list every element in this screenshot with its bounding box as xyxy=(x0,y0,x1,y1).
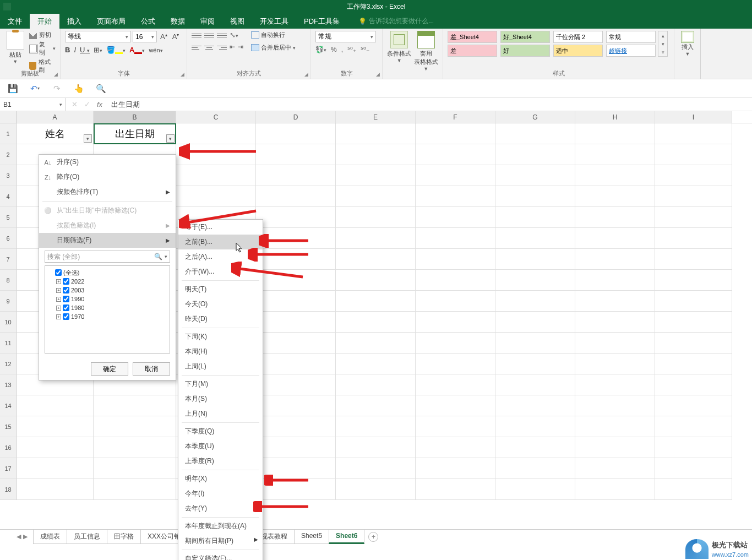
cell[interactable] xyxy=(336,437,416,458)
year-checkbox[interactable] xyxy=(63,305,69,311)
column-header[interactable]: B xyxy=(94,111,176,123)
cell[interactable] xyxy=(575,186,655,207)
cell[interactable] xyxy=(495,333,575,354)
year-checkbox[interactable] xyxy=(63,278,69,285)
cell[interactable] xyxy=(495,123,575,144)
date-next-month-item[interactable]: 下月(M) xyxy=(178,377,263,392)
date-custom-filter-item[interactable]: 自定义筛选(F)... xyxy=(178,551,263,560)
cell[interactable] xyxy=(655,354,732,374)
cut-button[interactable]: 剪切 xyxy=(29,31,56,39)
cell[interactable] xyxy=(495,270,575,291)
cancel-formula-button[interactable]: ✕ xyxy=(72,100,78,108)
fx-icon[interactable]: fx xyxy=(97,100,102,108)
cell[interactable] xyxy=(256,165,336,186)
cell[interactable] xyxy=(256,416,336,437)
font-name-select[interactable]: 等线▾ xyxy=(65,31,131,42)
cell[interactable] xyxy=(336,123,416,144)
sort-descending-item[interactable]: Z↓降序(O) xyxy=(39,170,176,184)
cell[interactable] xyxy=(256,312,336,333)
cell[interactable] xyxy=(336,333,416,354)
menu-view[interactable]: 视图 xyxy=(222,14,252,29)
cell[interactable] xyxy=(176,186,256,207)
cell[interactable] xyxy=(17,458,94,479)
filter-ok-button[interactable]: 确定 xyxy=(91,362,128,376)
column-header[interactable]: C xyxy=(176,111,256,123)
cell[interactable] xyxy=(256,291,336,312)
increase-font-button[interactable]: A▴ xyxy=(159,32,169,41)
expand-icon[interactable]: + xyxy=(56,279,61,284)
cell[interactable] xyxy=(655,374,732,395)
cell[interactable] xyxy=(336,270,416,291)
cell[interactable] xyxy=(416,228,495,249)
sheet-tab[interactable]: Sheet6 xyxy=(329,530,364,544)
cell[interactable] xyxy=(575,395,655,416)
cell[interactable] xyxy=(336,479,416,500)
menu-data[interactable]: 数据 xyxy=(163,14,193,29)
undo-button[interactable]: ↶▾ xyxy=(30,84,40,94)
sheet-tab[interactable]: Sheet5 xyxy=(294,530,329,544)
column-header[interactable]: G xyxy=(495,111,575,123)
row-header[interactable]: 14 xyxy=(0,395,17,416)
date-next-year-item[interactable]: 明年(X) xyxy=(178,471,263,486)
clipboard-dialog-launcher[interactable]: ◢ xyxy=(54,72,58,77)
fill-color-button[interactable]: 🪣▾ xyxy=(106,46,126,54)
row-header[interactable]: 13 xyxy=(0,374,17,395)
cell[interactable] xyxy=(655,123,732,144)
cell[interactable] xyxy=(655,270,732,291)
cell[interactable] xyxy=(575,270,655,291)
cell[interactable] xyxy=(416,354,495,374)
row-header[interactable]: 7 xyxy=(0,249,17,270)
cell[interactable] xyxy=(336,207,416,228)
menu-page-layout[interactable]: 页面布局 xyxy=(89,14,133,29)
cell[interactable] xyxy=(176,165,256,186)
column-header[interactable]: D xyxy=(256,111,336,123)
cell[interactable] xyxy=(336,312,416,333)
row-header[interactable]: 1 xyxy=(0,123,17,144)
phonetic-button[interactable]: wén▾ xyxy=(149,47,162,53)
column-header[interactable]: I xyxy=(655,111,732,123)
cell[interactable] xyxy=(416,333,495,354)
align-bottom-button[interactable] xyxy=(217,31,227,40)
cell[interactable] xyxy=(655,228,732,249)
align-middle-button[interactable] xyxy=(204,31,214,40)
sheet-tab[interactable]: 田字格 xyxy=(107,530,141,544)
number-dialog-launcher[interactable]: ◢ xyxy=(376,72,380,77)
date-last-year-item[interactable]: 去年(Y) xyxy=(178,501,263,516)
row-header[interactable]: 15 xyxy=(0,416,17,437)
cell[interactable] xyxy=(17,416,94,437)
expand-icon[interactable]: + xyxy=(56,297,61,302)
cell[interactable] xyxy=(655,458,732,479)
cell[interactable]: 姓名▾ xyxy=(17,123,94,144)
cell[interactable] xyxy=(256,207,336,228)
row-header[interactable]: 9 xyxy=(0,291,17,312)
conditional-format-button[interactable]: 条件格式▼ xyxy=(387,31,412,79)
cell[interactable] xyxy=(575,144,655,165)
decrease-decimal-button[interactable]: ⁵⁰₋ xyxy=(361,46,369,53)
expand-icon[interactable]: + xyxy=(56,306,61,311)
cell-style-option[interactable]: 差 xyxy=(448,45,497,57)
sheet-tab[interactable]: 成绩表 xyxy=(33,530,67,544)
enter-formula-button[interactable]: ✓ xyxy=(84,100,90,108)
cell[interactable] xyxy=(336,458,416,479)
row-header[interactable]: 8 xyxy=(0,270,17,291)
cell-style-option[interactable]: 好_Sheet4 xyxy=(500,31,550,43)
cell[interactable] xyxy=(416,291,495,312)
menu-home[interactable]: 开始 xyxy=(30,14,59,29)
cell[interactable] xyxy=(336,354,416,374)
date-this-year-item[interactable]: 今年(I) xyxy=(178,486,263,501)
row-header[interactable]: 10 xyxy=(0,312,17,333)
menu-pdf-tools[interactable]: PDF工具集 xyxy=(296,14,347,29)
column-header[interactable]: H xyxy=(575,111,655,123)
cell[interactable] xyxy=(17,395,94,416)
touch-mode-button[interactable]: 👆 xyxy=(74,84,84,94)
font-dialog-launcher[interactable]: ◢ xyxy=(181,72,184,77)
font-color-button[interactable]: A▾ xyxy=(129,46,145,54)
expand-icon[interactable]: + xyxy=(56,288,61,293)
cell[interactable] xyxy=(416,270,495,291)
cell[interactable] xyxy=(416,312,495,333)
comma-format-button[interactable]: , xyxy=(341,46,343,53)
menu-insert[interactable]: 插入 xyxy=(59,14,89,29)
save-button[interactable]: 💾 xyxy=(8,84,18,94)
formula-input[interactable]: 出生日期 xyxy=(108,98,752,111)
font-size-select[interactable]: 16▾ xyxy=(133,31,157,42)
